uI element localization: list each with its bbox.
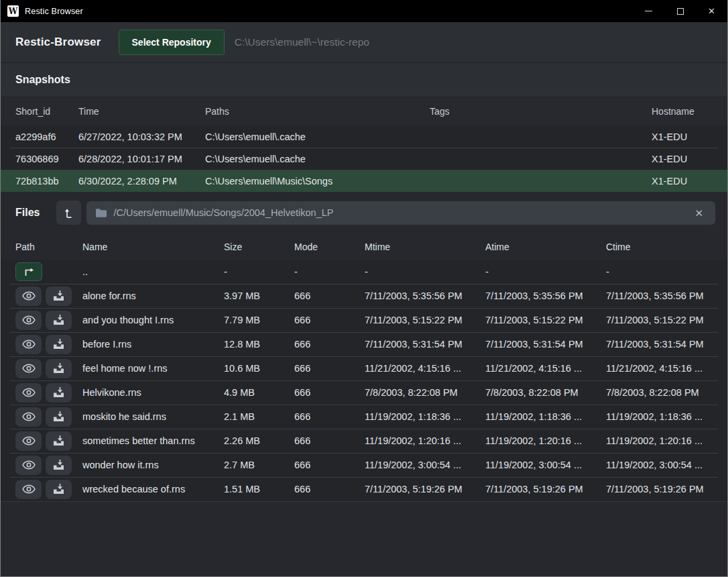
folder-icon	[96, 209, 107, 217]
title-bar[interactable]: W Restic Browser ✕	[1, 0, 727, 22]
file-ctime: 11/19/2002, 1:18:36 ...	[606, 411, 713, 422]
column-paths: Paths	[205, 106, 430, 117]
column-short-id: Short_id	[15, 106, 78, 117]
file-atime: 7/8/2003, 8:22:08 PM	[485, 387, 606, 398]
column-atime: Atime	[485, 242, 606, 252]
view-file-button[interactable]	[15, 480, 42, 499]
column-path: Path	[15, 242, 82, 252]
snapshot-hostname: X1-EDU	[652, 154, 713, 164]
view-file-button[interactable]	[15, 359, 42, 378]
view-file-button[interactable]	[15, 456, 42, 475]
column-mode: Mode	[294, 242, 365, 252]
download-file-button[interactable]	[46, 431, 72, 451]
file-mtime: 7/11/2003, 5:19:26 PM	[365, 484, 485, 494]
file-ctime: 11/19/2002, 1:20:16 ...	[606, 435, 713, 446]
file-size: -	[224, 266, 294, 277]
file-mtime: -	[365, 266, 485, 277]
download-file-button[interactable]	[46, 407, 72, 427]
file-mtime: 7/8/2003, 8:22:08 PM	[365, 387, 485, 398]
snapshot-time: 6/28/2022, 10:01:17 PM	[78, 154, 205, 164]
file-mtime: 11/21/2002, 4:15:16 ...	[365, 363, 485, 374]
download-icon	[53, 460, 64, 470]
file-mode: 666	[294, 339, 365, 350]
files-heading: Files	[15, 207, 40, 219]
file-size: 2.7 MB	[224, 460, 294, 470]
download-icon	[53, 435, 64, 446]
download-file-button[interactable]	[46, 311, 72, 330]
download-icon	[53, 339, 64, 350]
file-mtime: 7/11/2003, 5:15:22 PM	[365, 315, 485, 325]
download-icon	[53, 387, 64, 398]
file-mode: -	[294, 266, 365, 277]
snapshot-row[interactable]: a2299af6 6/27/2022, 10:03:32 PM C:\Users…	[1, 125, 727, 148]
view-file-button[interactable]	[15, 407, 42, 427]
download-file-button[interactable]	[46, 480, 72, 499]
eye-icon	[22, 412, 36, 421]
app-header: Restic-Browser Select Repository C:\User…	[1, 22, 727, 63]
file-mode: 666	[294, 435, 365, 446]
current-path-field[interactable]: /C/Users/emuell/Music/Songs/2004_Helveti…	[86, 201, 715, 225]
file-size: 3.97 MB	[224, 291, 294, 301]
file-atime: 7/11/2003, 5:15:22 PM	[485, 315, 606, 325]
column-ctime: Ctime	[606, 242, 713, 252]
download-file-button[interactable]	[46, 335, 72, 354]
file-ctime: 7/11/2003, 5:19:26 PM	[606, 484, 713, 494]
file-name: moskito he said.rns	[82, 411, 224, 422]
window-title: Restic Browser	[25, 7, 83, 16]
file-row: moskito he said.rns 2.1 MB 666 11/19/200…	[1, 405, 727, 429]
view-file-button[interactable]	[15, 335, 42, 354]
current-path-value: /C/Users/emuell/Music/Songs/2004_Helveti…	[113, 207, 692, 218]
file-atime: 11/19/2002, 1:18:36 ...	[485, 411, 606, 422]
download-file-button[interactable]	[46, 359, 72, 378]
snapshot-short-id: 76306869	[15, 154, 78, 164]
file-name: feel home now !.rns	[82, 363, 224, 374]
clear-icon: ✕	[694, 207, 703, 219]
file-mode: 666	[294, 387, 365, 398]
download-icon	[53, 484, 64, 494]
snapshot-short-id: 72b813bb	[15, 176, 78, 187]
arrow-up-then-right-icon	[23, 268, 34, 276]
file-atime: 11/19/2002, 3:00:54 ...	[485, 460, 606, 470]
view-file-button[interactable]	[15, 383, 42, 403]
column-hostname: Hostname	[652, 106, 713, 117]
file-mode: 666	[294, 411, 365, 422]
download-file-button[interactable]	[46, 383, 72, 403]
file-row: sometimes better than.rns 2.26 MB 666 11…	[1, 429, 727, 453]
file-mtime: 7/11/2003, 5:35:56 PM	[365, 291, 485, 301]
snapshots-table: a2299af6 6/27/2022, 10:03:32 PM C:\Users…	[1, 125, 727, 192]
download-file-button[interactable]	[46, 286, 72, 306]
file-name: and you thought I.rns	[82, 315, 224, 325]
snapshot-paths: C:\Users\emuell\Music\Songs	[205, 176, 430, 187]
snapshot-row[interactable]: 76306869 6/28/2022, 10:01:17 PM C:\Users…	[1, 148, 727, 170]
view-file-button[interactable]	[15, 431, 42, 451]
download-file-button[interactable]	[46, 456, 72, 475]
maximize-icon	[677, 8, 684, 15]
file-mtime: 11/19/2002, 3:00:54 ...	[365, 460, 485, 470]
download-icon	[53, 291, 64, 301]
file-ctime: 11/21/2002, 4:15:16 ...	[606, 363, 713, 374]
go-to-root-button[interactable]	[56, 201, 81, 225]
navigate-up-button[interactable]	[15, 262, 42, 281]
view-file-button[interactable]	[15, 286, 42, 306]
file-mode: 666	[294, 363, 365, 374]
files-table: .. - - - - - alone for.rns	[1, 260, 727, 502]
snapshots-table-header: Short_id Time Paths Tags Hostname	[1, 97, 727, 125]
file-name: wrecked because of.rns	[82, 484, 224, 494]
clear-path-button[interactable]: ✕	[692, 207, 706, 219]
download-icon	[53, 363, 64, 374]
file-row: feel home now !.rns 10.6 MB 666 11/21/20…	[1, 356, 727, 380]
view-file-button[interactable]	[15, 311, 42, 330]
eye-icon	[22, 315, 36, 325]
select-repository-button[interactable]: Select Repository	[119, 30, 225, 55]
snapshot-row-selected[interactable]: 72b813bb 6/30/2022, 2:28:09 PM C:\Users\…	[1, 170, 727, 192]
file-mode: 666	[294, 291, 365, 301]
minimize-button[interactable]	[633, 0, 664, 22]
close-button[interactable]: ✕	[696, 0, 727, 22]
maximize-button[interactable]	[664, 0, 696, 22]
file-atime: -	[485, 266, 606, 277]
file-atime: 11/21/2002, 4:15:16 ...	[485, 363, 606, 374]
parent-directory-row: .. - - - - -	[1, 260, 727, 284]
files-bar: Files /C/Users/emuell/Music/Songs/2004_H…	[1, 192, 727, 233]
file-mtime: 7/11/2003, 5:31:54 PM	[365, 339, 485, 350]
file-row: before I.rns 12.8 MB 666 7/11/2003, 5:31…	[1, 332, 727, 356]
